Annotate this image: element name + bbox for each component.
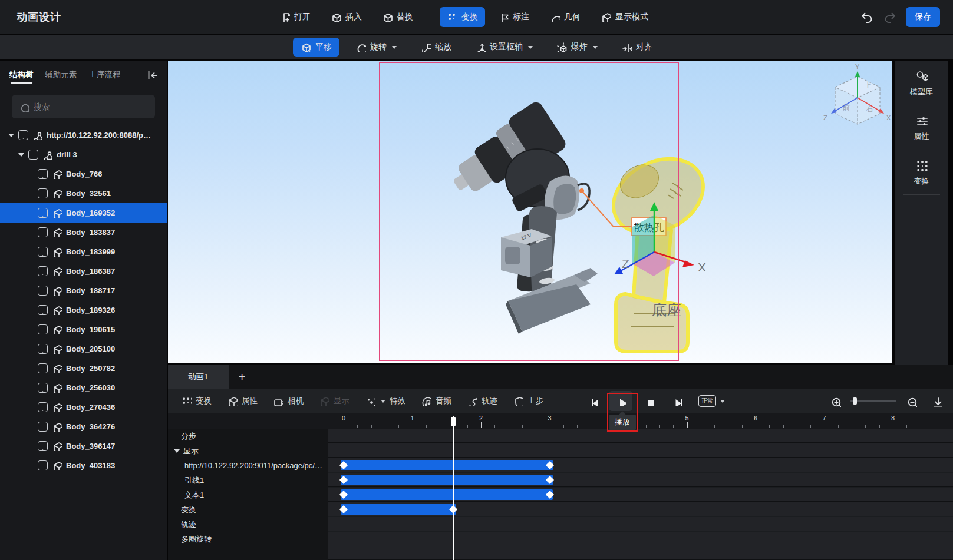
playhead[interactable] <box>453 416 454 560</box>
sidebar-tab-2[interactable]: 辅助元素 <box>45 62 77 86</box>
redo-icon[interactable] <box>883 11 895 23</box>
timeline-tool-2[interactable]: 属性 <box>227 396 258 406</box>
play-button[interactable] <box>609 391 632 411</box>
track-label-轨迹[interactable]: 轨迹 <box>168 517 328 532</box>
menu-button-5[interactable]: 标注 <box>491 7 536 27</box>
track-cell[interactable] <box>328 517 953 531</box>
tool-button-1[interactable]: 平移 <box>293 38 339 57</box>
menu-button-6[interactable]: 几何 <box>542 7 588 27</box>
tree-row-Body_256030[interactable]: Body_256030 <box>0 378 167 397</box>
checkbox-checked[interactable] <box>38 422 48 432</box>
tree-row-http://10.122.92.200:8088/pack...[interactable]: http://10.122.92.200:8088/pack... <box>0 125 167 145</box>
checkbox-checked[interactable] <box>38 402 48 412</box>
tree-row-Body_403183[interactable]: Body_403183 <box>0 456 167 475</box>
track-cell[interactable] <box>328 458 953 472</box>
checkbox-checked[interactable] <box>38 286 48 296</box>
track-cell[interactable] <box>328 473 953 487</box>
timeline-ruler[interactable]: 012345678 <box>168 413 953 429</box>
right-panel-item-1[interactable]: 模型库 <box>895 61 948 105</box>
timeline-tool-1[interactable]: 变换 <box>181 396 212 406</box>
tree-row-Body_270436[interactable]: Body_270436 <box>0 397 167 417</box>
track-cell[interactable] <box>328 443 953 458</box>
right-panel-item-3[interactable]: 变换 <box>895 150 948 194</box>
playback-speed-dropdown[interactable]: 正常 <box>698 395 725 407</box>
add-animation-tab-button[interactable]: + <box>229 365 256 389</box>
sidebar-tab-1[interactable]: 结构树 <box>9 62 34 86</box>
collapse-sidebar-icon[interactable] <box>146 68 157 79</box>
checkbox-checked[interactable] <box>38 324 48 334</box>
search-input[interactable] <box>34 102 134 111</box>
checkbox-checked[interactable] <box>38 266 48 276</box>
menu-button-7[interactable]: 显示模式 <box>593 7 655 27</box>
checkbox-checked[interactable] <box>38 363 48 373</box>
timeline-tool-7[interactable]: 轨迹 <box>467 396 497 406</box>
checkbox-checked[interactable] <box>38 247 48 257</box>
checkbox-checked[interactable] <box>38 169 48 179</box>
track-label-http://10.122.92.200:9011/package/pc/3dca...[interactable]: http://10.122.92.200:9011/package/pc/3dc… <box>168 458 328 473</box>
save-button[interactable]: 保存 <box>906 7 940 27</box>
slider-knob[interactable] <box>853 397 857 405</box>
sidebar-tab-3[interactable]: 工序流程 <box>89 62 121 86</box>
checkbox-checked[interactable] <box>38 460 48 470</box>
tree-row-Body_169352[interactable]: Body_169352 <box>0 203 167 223</box>
zoom-out-icon[interactable] <box>906 396 917 407</box>
tree-row-Body_190615[interactable]: Body_190615 <box>0 320 167 339</box>
track-label-文本1[interactable]: 文本1 <box>168 488 328 502</box>
prev-frame-button[interactable] <box>581 391 604 411</box>
timeline-tab-animation1[interactable]: 动画1 <box>168 365 229 389</box>
checkbox-checked[interactable] <box>28 150 38 160</box>
right-panel-item-2[interactable]: 属性 <box>895 105 948 150</box>
checkbox-checked[interactable] <box>38 383 48 393</box>
tree-expand-caret[interactable] <box>18 153 24 157</box>
checkbox-checked[interactable] <box>38 344 48 354</box>
menu-button-1[interactable]: 打开 <box>272 7 318 27</box>
tool-button-4[interactable]: 设置枢轴 <box>467 38 540 57</box>
tree-row-Body_188717[interactable]: Body_188717 <box>0 281 167 300</box>
tree-row-Body_396147[interactable]: Body_396147 <box>0 436 167 456</box>
track-cell[interactable] <box>328 429 953 443</box>
tool-button-2[interactable]: 旋转 <box>348 38 404 57</box>
tree-row-Body_766[interactable]: Body_766 <box>0 164 167 184</box>
undo-icon[interactable] <box>860 11 872 23</box>
tree-row-Body_250782[interactable]: Body_250782 <box>0 359 167 378</box>
drill-exploded-parts[interactable]: 12 V <box>441 100 598 334</box>
timeline-tool-5[interactable]: 特效 <box>365 396 405 406</box>
tree-expand-caret[interactable] <box>8 134 14 137</box>
track-cell[interactable] <box>328 532 953 560</box>
track-label-显示[interactable]: 显示 <box>168 443 328 458</box>
menu-button-2[interactable]: 插入 <box>324 7 369 27</box>
checkbox-checked[interactable] <box>38 305 48 315</box>
viewport-3d[interactable]: 12 V <box>168 61 892 363</box>
menu-button-3[interactable]: 替换 <box>375 7 420 27</box>
timeline-zoom-slider[interactable] <box>850 400 896 402</box>
playhead-handle[interactable] <box>451 417 456 426</box>
tool-button-3[interactable]: 缩放 <box>413 38 459 57</box>
tree-row-Body_364276[interactable]: Body_364276 <box>0 417 167 436</box>
checkbox-checked[interactable] <box>38 208 48 218</box>
track-label-分步[interactable]: 分步 <box>168 429 328 443</box>
tree-row-Body_189326[interactable]: Body_189326 <box>0 300 167 320</box>
tree-row-Body_183837[interactable]: Body_183837 <box>0 223 167 242</box>
view-cube[interactable]: 上 前 右 Y X Z <box>823 63 891 124</box>
track-label-多圈旋转[interactable]: 多圈旋转 <box>168 532 328 546</box>
checkbox-checked[interactable] <box>38 227 48 237</box>
tool-button-6[interactable]: 对齐 <box>614 38 660 57</box>
checkbox-checked[interactable] <box>38 188 48 198</box>
track-cell[interactable] <box>328 488 953 502</box>
timeline-tool-6[interactable]: 音频 <box>421 396 451 406</box>
timeline-tool-3[interactable]: 相机 <box>273 396 304 406</box>
track-bar[interactable] <box>341 475 553 485</box>
checkbox-checked[interactable] <box>38 441 48 451</box>
track-bar[interactable] <box>341 489 553 500</box>
timeline-tool-8[interactable]: 工步 <box>513 396 543 406</box>
tree-row-Body_186387[interactable]: Body_186387 <box>0 261 167 281</box>
track-bar[interactable] <box>341 460 553 470</box>
checkbox-checked[interactable] <box>18 130 28 140</box>
tool-button-5[interactable]: 爆炸 <box>549 38 605 57</box>
tree-row-Body_32561[interactable]: Body_32561 <box>0 184 167 203</box>
menu-button-4[interactable]: 变换 <box>440 7 485 27</box>
tree-row-drill 3[interactable]: drill 3 <box>0 145 167 164</box>
search-box[interactable] <box>12 95 155 118</box>
track-label-引线1[interactable]: 引线1 <box>168 473 328 488</box>
stop-button[interactable] <box>637 391 661 411</box>
